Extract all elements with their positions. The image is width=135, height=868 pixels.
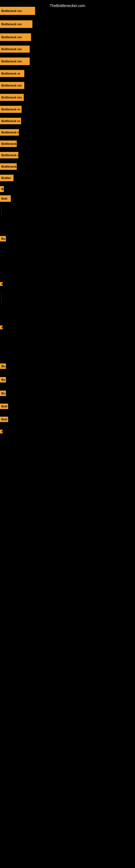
bar-item: Bottleneck (0, 163, 17, 170)
chart-divider-line (1, 293, 2, 304)
bar-item: Bo (0, 391, 6, 396)
bar-item: Bottleneck res (0, 33, 31, 41)
bar-item: B (0, 430, 3, 433)
bar-item: Bottleneck res (0, 7, 35, 15)
bar-item: B (0, 282, 3, 286)
bar-item: Bottleneck (0, 141, 17, 147)
bar-item: Bottleneck res (0, 58, 30, 65)
bar-item: Bottleneck res (0, 20, 32, 28)
bar-item: Bo (0, 377, 6, 382)
bar-item: Bottleneck res (0, 82, 24, 89)
bar-item: Bottleneck re (0, 70, 24, 77)
bar-item: Bottleneck res (0, 45, 30, 53)
bar-item: Bottleneck res (0, 94, 24, 101)
bar-item: Bottleneck re (0, 129, 19, 135)
bar-item: Bottleneck re (0, 118, 21, 124)
bar-item: Bottler (0, 175, 13, 181)
bar-item: Bottleneck r (0, 152, 18, 158)
bar-item: B (0, 326, 3, 329)
bar-item: Bott (0, 416, 8, 422)
bar-item: Bottleneck re (0, 106, 21, 113)
bar-item: Bo (0, 364, 6, 369)
bar-item: Bott (0, 195, 11, 202)
bar-item: Bott (0, 404, 8, 409)
bar-item: B (0, 186, 4, 192)
bar-item: Bo (0, 236, 6, 241)
chart-divider-line (1, 206, 2, 217)
